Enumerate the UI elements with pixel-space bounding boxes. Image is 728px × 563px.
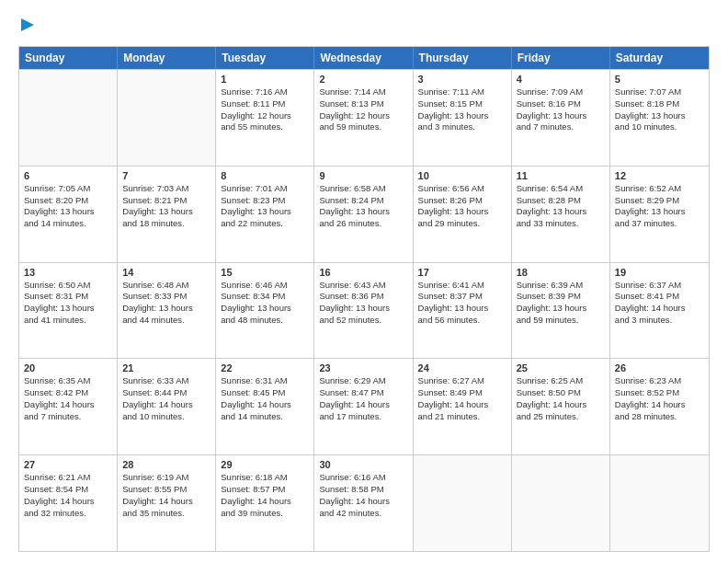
calendar-cell-15: 15Sunrise: 6:46 AM Sunset: 8:34 PM Dayli…	[216, 263, 314, 359]
calendar-cell-17: 17Sunrise: 6:41 AM Sunset: 8:37 PM Dayli…	[414, 263, 512, 359]
calendar-header: SundayMondayTuesdayWednesdayThursdayFrid…	[19, 47, 709, 69]
calendar-cell-19: 19Sunrise: 6:37 AM Sunset: 8:41 PM Dayli…	[610, 263, 709, 359]
calendar-cell-7: 7Sunrise: 7:03 AM Sunset: 8:21 PM Daylig…	[118, 167, 216, 262]
calendar-cell-2: 2Sunrise: 7:14 AM Sunset: 8:13 PM Daylig…	[314, 70, 413, 166]
calendar-cell-21: 21Sunrise: 6:33 AM Sunset: 8:44 PM Dayli…	[118, 359, 216, 454]
day-number: 20	[24, 362, 112, 373]
cell-info: Sunrise: 6:43 AM Sunset: 8:36 PM Dayligh…	[319, 280, 407, 327]
cell-info: Sunrise: 6:27 AM Sunset: 8:49 PM Dayligh…	[418, 375, 506, 422]
cell-info: Sunrise: 6:25 AM Sunset: 8:50 PM Dayligh…	[517, 375, 605, 422]
cell-info: Sunrise: 6:35 AM Sunset: 8:42 PM Dayligh…	[24, 375, 112, 422]
cell-info: Sunrise: 6:18 AM Sunset: 8:57 PM Dayligh…	[221, 472, 309, 519]
calendar-cell-23: 23Sunrise: 6:29 AM Sunset: 8:47 PM Dayli…	[314, 359, 413, 454]
cell-info: Sunrise: 6:54 AM Sunset: 8:28 PM Dayligh…	[517, 183, 605, 230]
cell-info: Sunrise: 6:56 AM Sunset: 8:26 PM Dayligh…	[418, 183, 506, 230]
cell-info: Sunrise: 6:48 AM Sunset: 8:33 PM Dayligh…	[122, 280, 210, 327]
calendar-cell-24: 24Sunrise: 6:27 AM Sunset: 8:49 PM Dayli…	[414, 359, 512, 454]
calendar-body: 1Sunrise: 7:16 AM Sunset: 8:11 PM Daylig…	[19, 69, 709, 551]
day-number: 15	[221, 267, 309, 278]
cell-info: Sunrise: 6:29 AM Sunset: 8:47 PM Dayligh…	[319, 375, 407, 422]
cell-info: Sunrise: 6:50 AM Sunset: 8:31 PM Dayligh…	[24, 280, 112, 327]
cell-info: Sunrise: 7:09 AM Sunset: 8:16 PM Dayligh…	[517, 86, 605, 133]
calendar-cell-18: 18Sunrise: 6:39 AM Sunset: 8:39 PM Dayli…	[512, 263, 610, 359]
calendar-cell-4: 4Sunrise: 7:09 AM Sunset: 8:16 PM Daylig…	[512, 70, 610, 166]
calendar-cell-6: 6Sunrise: 7:05 AM Sunset: 8:20 PM Daylig…	[19, 167, 118, 262]
calendar-row-1: 6Sunrise: 7:05 AM Sunset: 8:20 PM Daylig…	[19, 166, 709, 262]
day-number: 4	[517, 74, 605, 85]
day-number: 23	[319, 362, 407, 373]
cell-info: Sunrise: 6:41 AM Sunset: 8:37 PM Dayligh…	[418, 280, 506, 327]
cell-info: Sunrise: 7:14 AM Sunset: 8:13 PM Dayligh…	[319, 86, 407, 133]
cell-info: Sunrise: 7:05 AM Sunset: 8:20 PM Dayligh…	[24, 183, 112, 230]
header-day-saturday: Saturday	[610, 47, 709, 69]
cell-info: Sunrise: 7:16 AM Sunset: 8:11 PM Dayligh…	[221, 86, 309, 133]
day-number: 5	[615, 74, 704, 85]
cell-info: Sunrise: 7:01 AM Sunset: 8:23 PM Dayligh…	[221, 183, 309, 230]
day-number: 30	[319, 459, 407, 470]
day-number: 9	[319, 170, 407, 181]
calendar-row-2: 13Sunrise: 6:50 AM Sunset: 8:31 PM Dayli…	[19, 262, 709, 359]
calendar-row-4: 27Sunrise: 6:21 AM Sunset: 8:54 PM Dayli…	[19, 454, 709, 551]
cell-info: Sunrise: 6:37 AM Sunset: 8:41 PM Dayligh…	[615, 280, 704, 327]
day-number: 7	[122, 170, 210, 181]
cell-info: Sunrise: 6:31 AM Sunset: 8:45 PM Dayligh…	[221, 375, 309, 422]
day-number: 12	[615, 170, 704, 181]
calendar-cell-29: 29Sunrise: 6:18 AM Sunset: 8:57 PM Dayli…	[216, 455, 314, 551]
day-number: 16	[319, 267, 407, 278]
header-day-monday: Monday	[118, 47, 216, 69]
cell-info: Sunrise: 6:16 AM Sunset: 8:58 PM Dayligh…	[319, 472, 407, 519]
day-number: 29	[221, 459, 309, 470]
day-number: 18	[517, 267, 605, 278]
header	[18, 17, 710, 37]
calendar-cell-13: 13Sunrise: 6:50 AM Sunset: 8:31 PM Dayli…	[19, 263, 118, 359]
cell-info: Sunrise: 6:58 AM Sunset: 8:24 PM Dayligh…	[319, 183, 407, 230]
day-number: 28	[122, 459, 210, 470]
calendar-cell-11: 11Sunrise: 6:54 AM Sunset: 8:28 PM Dayli…	[512, 167, 610, 262]
calendar-cell-28: 28Sunrise: 6:19 AM Sunset: 8:55 PM Dayli…	[118, 455, 216, 551]
header-day-friday: Friday	[512, 47, 610, 69]
calendar-cell-3: 3Sunrise: 7:11 AM Sunset: 8:15 PM Daylig…	[414, 70, 512, 166]
calendar-cell-empty	[512, 455, 610, 551]
day-number: 24	[418, 362, 506, 373]
cell-info: Sunrise: 6:33 AM Sunset: 8:44 PM Dayligh…	[122, 375, 210, 422]
calendar-cell-30: 30Sunrise: 6:16 AM Sunset: 8:58 PM Dayli…	[314, 455, 413, 551]
cell-info: Sunrise: 6:46 AM Sunset: 8:34 PM Dayligh…	[221, 280, 309, 327]
calendar-cell-empty	[118, 70, 216, 166]
logo	[18, 17, 36, 37]
day-number: 3	[418, 74, 506, 85]
header-day-thursday: Thursday	[414, 47, 512, 69]
page: SundayMondayTuesdayWednesdayThursdayFrid…	[0, 0, 728, 563]
calendar-cell-16: 16Sunrise: 6:43 AM Sunset: 8:36 PM Dayli…	[314, 263, 413, 359]
calendar-cell-25: 25Sunrise: 6:25 AM Sunset: 8:50 PM Dayli…	[512, 359, 610, 454]
cell-info: Sunrise: 7:03 AM Sunset: 8:21 PM Dayligh…	[122, 183, 210, 230]
calendar-cell-12: 12Sunrise: 6:52 AM Sunset: 8:29 PM Dayli…	[610, 167, 709, 262]
calendar-cell-22: 22Sunrise: 6:31 AM Sunset: 8:45 PM Dayli…	[216, 359, 314, 454]
day-number: 2	[319, 74, 407, 85]
calendar-row-0: 1Sunrise: 7:16 AM Sunset: 8:11 PM Daylig…	[19, 69, 709, 166]
day-number: 27	[24, 459, 112, 470]
calendar-cell-26: 26Sunrise: 6:23 AM Sunset: 8:52 PM Dayli…	[610, 359, 709, 454]
calendar-cell-empty	[610, 455, 709, 551]
day-number: 13	[24, 267, 112, 278]
day-number: 22	[221, 362, 309, 373]
calendar-cell-empty	[414, 455, 512, 551]
calendar-cell-9: 9Sunrise: 6:58 AM Sunset: 8:24 PM Daylig…	[314, 167, 413, 262]
day-number: 19	[615, 267, 704, 278]
calendar-cell-1: 1Sunrise: 7:16 AM Sunset: 8:11 PM Daylig…	[216, 70, 314, 166]
calendar-cell-20: 20Sunrise: 6:35 AM Sunset: 8:42 PM Dayli…	[19, 359, 118, 454]
calendar-cell-27: 27Sunrise: 6:21 AM Sunset: 8:54 PM Dayli…	[19, 455, 118, 551]
header-day-wednesday: Wednesday	[314, 47, 413, 69]
day-number: 25	[517, 362, 605, 373]
day-number: 6	[24, 170, 112, 181]
calendar: SundayMondayTuesdayWednesdayThursdayFrid…	[18, 46, 710, 552]
calendar-row-3: 20Sunrise: 6:35 AM Sunset: 8:42 PM Dayli…	[19, 358, 709, 454]
svg-marker-0	[21, 18, 34, 31]
day-number: 26	[615, 362, 704, 373]
header-day-tuesday: Tuesday	[216, 47, 314, 69]
header-day-sunday: Sunday	[19, 47, 118, 69]
day-number: 10	[418, 170, 506, 181]
cell-info: Sunrise: 6:19 AM Sunset: 8:55 PM Dayligh…	[122, 472, 210, 519]
logo-arrow-icon	[19, 17, 36, 33]
cell-info: Sunrise: 6:39 AM Sunset: 8:39 PM Dayligh…	[517, 280, 605, 327]
calendar-cell-empty	[19, 70, 118, 166]
